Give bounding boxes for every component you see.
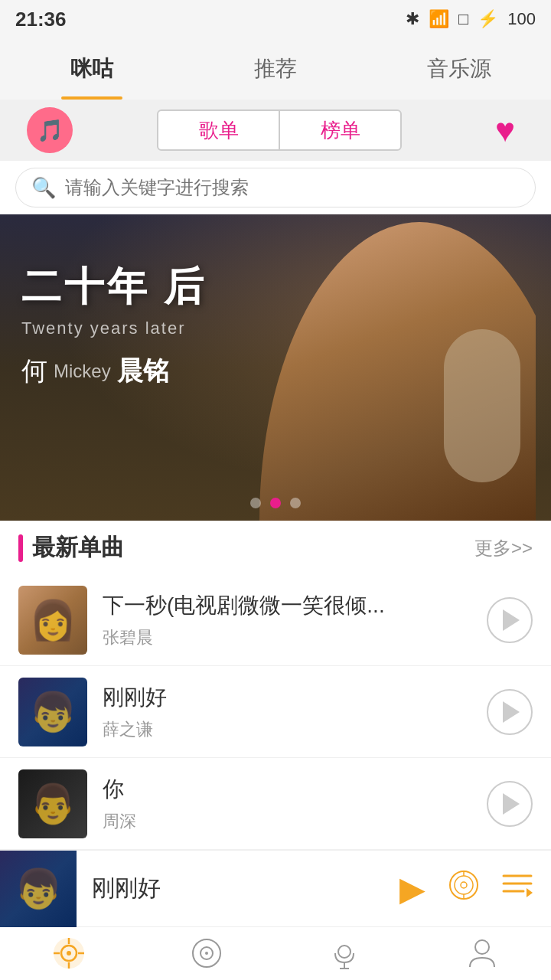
tab-playlist[interactable]: 歌单 — [157, 109, 279, 151]
svg-point-22 — [475, 940, 489, 954]
song-name-1: 下一秒(电视剧微微一笑很倾... — [103, 591, 470, 620]
mini-player-art: 👦 — [15, 867, 62, 911]
play-triangle-icon-2 — [503, 701, 520, 723]
favorite-button[interactable]: ♥ — [474, 107, 536, 153]
tab-咪咕[interactable]: 咪咕 — [0, 38, 184, 100]
song-info-3: 你 周深 — [103, 775, 487, 833]
bottom-nav-icon-我的 — [465, 936, 499, 977]
mini-play-button[interactable]: ▶ — [399, 869, 425, 908]
battery-icon: 100 — [507, 9, 536, 29]
lightning-icon: ⚡ — [478, 9, 498, 29]
table-row[interactable]: 👩 下一秒(电视剧微微一笑很倾... 张碧晨 — [0, 574, 551, 666]
song-name-3: 你 — [103, 775, 470, 804]
song-thumb-1: 👩 — [18, 586, 87, 655]
banner-dot-2[interactable] — [270, 498, 281, 508]
mini-vinyl-button[interactable] — [448, 870, 479, 907]
search-bar: 🔍 — [0, 161, 551, 214]
tab-推荐[interactable]: 推荐 — [184, 38, 367, 100]
svg-marker-8 — [527, 888, 533, 897]
banner-artist-name: 晨铭 — [117, 354, 169, 389]
section-title-wrap: 最新单曲 — [18, 532, 124, 564]
play-button-2[interactable] — [487, 689, 533, 735]
song-list: 👩 下一秒(电视剧微微一笑很倾... 张碧晨 👦 刚刚好 薛之谦 👨 — [0, 574, 551, 850]
svg-point-11 — [67, 951, 71, 956]
banner[interactable]: 二十年 后 Twenty years later 何 Mickey 晨铭 — [0, 214, 551, 521]
banner-dot-3[interactable] — [290, 498, 301, 508]
music-logo — [15, 103, 84, 157]
search-wrapper[interactable]: 🔍 — [15, 168, 536, 207]
play-triangle-icon-3 — [503, 793, 520, 815]
svg-point-18 — [205, 952, 208, 955]
song-artist-3: 周深 — [103, 810, 487, 833]
song-thumb-3: 👨 — [18, 769, 87, 838]
banner-artist-nickname: Mickey — [54, 361, 111, 382]
status-bar: 21:36 ✱ 📶 □ ⚡ 100 — [0, 0, 551, 38]
signal-icon: □ — [458, 9, 468, 29]
playlist-tabs: 歌单 榜单 — [84, 109, 474, 151]
song-artist-2: 薛之谦 — [103, 718, 487, 741]
bottom-nav-item-控制[interactable]: 控制 — [138, 927, 276, 980]
wifi-icon: 📶 — [429, 9, 449, 29]
banner-artist: 何 Mickey 晨铭 — [21, 354, 207, 389]
artist-silhouette-1: 👩 — [29, 598, 77, 642]
play-button-1[interactable] — [487, 597, 533, 643]
play-button-3[interactable] — [487, 781, 533, 827]
song-info-1: 下一秒(电视剧微微一笑很倾... 张碧晨 — [103, 591, 487, 649]
status-time: 21:36 — [15, 8, 67, 31]
mini-player-song-name: 刚刚好 — [77, 873, 399, 904]
banner-mic-shape — [444, 329, 520, 482]
artist-silhouette-2: 👦 — [29, 690, 77, 734]
bluetooth-icon: ✱ — [406, 9, 419, 29]
bottom-nav-icon-乐库 — [52, 936, 86, 977]
search-icon: 🔍 — [31, 176, 56, 200]
bottom-nav-item-乐库[interactable]: 乐库 — [0, 927, 138, 980]
mini-player-thumb: 👦 — [0, 851, 77, 927]
section-title: 最新单曲 — [32, 532, 124, 564]
artist-silhouette-3: 👨 — [29, 782, 77, 826]
bottom-nav-icon-控制 — [190, 936, 223, 977]
mini-player-controls: ▶ — [399, 869, 551, 908]
search-input[interactable] — [65, 177, 520, 198]
song-artist-1: 张碧晨 — [103, 626, 487, 649]
banner-title-en: Twenty years later — [21, 318, 207, 338]
status-icons: ✱ 📶 □ ⚡ 100 — [406, 9, 536, 29]
tab-chart[interactable]: 榜单 — [279, 109, 402, 151]
section-bar-indicator — [18, 534, 23, 562]
bottom-nav-item-我的[interactable]: 我的 — [413, 927, 551, 980]
svg-point-2 — [461, 882, 467, 888]
song-info-2: 刚刚好 薛之谦 — [103, 683, 487, 741]
table-row[interactable]: 👨 你 周深 — [0, 758, 551, 850]
logo-circle-icon — [27, 107, 73, 153]
play-triangle-icon-1 — [503, 609, 520, 631]
battery-level: 100 — [507, 9, 536, 29]
banner-artist-prefix: 何 — [21, 354, 47, 389]
banner-title-cn: 二十年 后 — [21, 260, 207, 314]
heart-icon: ♥ — [495, 111, 515, 149]
second-toolbar: 歌单 榜单 ♥ — [0, 100, 551, 161]
mini-player[interactable]: 👦 刚刚好 ▶ — [0, 850, 551, 926]
banner-dots — [250, 498, 301, 508]
svg-point-19 — [338, 946, 350, 958]
latest-songs-header: 最新单曲 更多>> — [0, 521, 551, 574]
mini-playlist-button[interactable] — [502, 871, 533, 906]
bottom-nav: 乐库 控制 语音 我的 — [0, 926, 551, 980]
svg-point-1 — [455, 876, 473, 894]
table-row[interactable]: 👦 刚刚好 薛之谦 — [0, 666, 551, 758]
bottom-nav-icon-语音 — [328, 936, 361, 977]
banner-dot-1[interactable] — [250, 498, 261, 508]
banner-text: 二十年 后 Twenty years later 何 Mickey 晨铭 — [21, 260, 207, 389]
song-name-2: 刚刚好 — [103, 683, 470, 712]
tab-音乐源[interactable]: 音乐源 — [367, 38, 551, 100]
more-link[interactable]: 更多>> — [474, 536, 533, 560]
song-thumb-2: 👦 — [18, 678, 87, 746]
bottom-nav-item-语音[interactable]: 语音 — [276, 927, 413, 980]
top-nav: 咪咕 推荐 音乐源 — [0, 38, 551, 100]
